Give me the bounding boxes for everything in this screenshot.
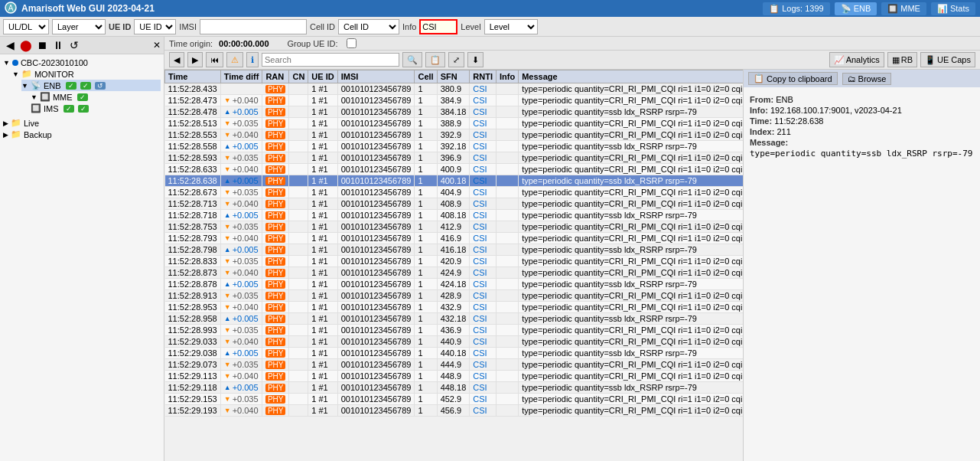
rb-button[interactable]: ▦ RB — [887, 52, 917, 67]
diff-arrow: ▲ — [224, 142, 231, 150]
nav-tab-logs[interactable]: 📋 Logs: 1399 — [763, 2, 829, 15]
detail-info-label: Info: — [750, 106, 768, 115]
table-row[interactable]: 11:52:28.798 ▲ +0.005 PHY 1 #1 001010123… — [165, 244, 744, 256]
cell-ran: PHY — [262, 325, 289, 336]
cell-time: 11:52:29.033 — [165, 336, 221, 348]
search-icon-btn[interactable]: 🔍 — [402, 52, 422, 67]
sidebar-item-enb[interactable]: ▼ 📡 ENB ✓ ✓ ↺ — [21, 80, 161, 91]
log-table-container[interactable]: Time Time diff RAN CN UE ID IMSI Cell SF… — [164, 70, 743, 461]
app-title: Amarisoft Web GUI 2023-04-21 — [21, 3, 763, 14]
imsi-input[interactable] — [200, 19, 307, 34]
cell-id-select[interactable]: Cell ID — [338, 19, 399, 34]
nav-tab-mme[interactable]: 🔲 MME — [881, 2, 926, 15]
table-row[interactable]: 11:52:28.593 ▼ +0.035 PHY 1 #1 001010123… — [165, 152, 744, 164]
table-row[interactable]: 11:52:28.473 ▼ +0.040 PHY 1 #1 001010123… — [165, 95, 744, 106]
sidebar-close-icon[interactable]: ✕ — [153, 40, 161, 51]
tree-root[interactable]: ▼ CBC-2023010100 — [3, 57, 161, 68]
stop-icon[interactable]: ⏹ — [35, 38, 49, 52]
layer-select[interactable]: Layer — [52, 19, 106, 34]
browse-button[interactable]: 🗂 Browse — [842, 73, 892, 85]
cell-time: 11:52:28.793 — [165, 233, 221, 244]
back-nav-button[interactable]: ◀ — [169, 52, 184, 67]
table-row[interactable]: 11:52:28.913 ▼ +0.035 PHY 1 #1 001010123… — [165, 290, 744, 302]
diff-arrow: ▼ — [224, 154, 231, 162]
table-row[interactable]: 11:52:28.433 PHY 1 #1 001010123456789 1 … — [165, 83, 744, 95]
cell-time: 11:52:28.993 — [165, 325, 221, 336]
analytics-button[interactable]: 📈 Analytics — [829, 52, 884, 67]
cell-imsi: 001010123456789 — [337, 348, 415, 359]
download-icon-btn[interactable]: ⬇ — [467, 52, 483, 67]
ue-caps-button[interactable]: 📱 UE Caps — [920, 52, 975, 67]
nav-tab-stats[interactable]: 📊 Stats — [931, 2, 975, 15]
table-row[interactable]: 11:52:28.953 ▼ +0.040 PHY 1 #1 001010123… — [165, 302, 744, 313]
search-input[interactable] — [262, 53, 399, 67]
sidebar-item-monitor[interactable]: ▼ 📁 MONITOR — [12, 68, 161, 80]
enb-tree-label: ENB — [44, 81, 61, 90]
table-row[interactable]: 11:52:28.958 ▲ +0.005 PHY 1 #1 001010123… — [165, 313, 744, 325]
ue-id-select[interactable]: UE ID — [134, 19, 176, 34]
forward-nav-button[interactable]: ▶ — [187, 52, 203, 67]
cell-message: type=periodic quantity=CRI_RI_PMI_CQI ri… — [519, 83, 743, 95]
sidebar-item-backup[interactable]: ▶ 📁 Backup — [3, 129, 161, 140]
ul-dl-select[interactable]: UL/DLULDL — [3, 19, 49, 34]
sidebar-item-mme[interactable]: ▼ 🔲 MME ✓ — [21, 91, 161, 103]
table-row[interactable]: 11:52:28.833 ▼ +0.035 PHY 1 #1 001010123… — [165, 256, 744, 267]
info-input[interactable]: CSI — [419, 19, 457, 34]
copy-to-clipboard-button[interactable]: 📋 Copy to clipboard — [748, 72, 838, 85]
table-row[interactable]: 11:52:28.793 ▼ +0.040 PHY 1 #1 001010123… — [165, 233, 744, 244]
cell-diff: ▲ +0.005 — [221, 348, 262, 358]
logs-tab-label: Logs: 1399 — [782, 4, 823, 13]
table-row[interactable]: 11:52:28.673 ▼ +0.035 PHY 1 #1 001010123… — [165, 187, 744, 198]
table-row[interactable]: 11:52:28.718 ▲ +0.005 PHY 1 #1 001010123… — [165, 210, 744, 221]
copy-icon-btn[interactable]: 📋 — [425, 52, 445, 67]
replay-icon[interactable]: ↺ — [67, 38, 81, 52]
stats-tab-label: Stats — [950, 4, 969, 13]
cell-ran: PHY — [262, 152, 289, 164]
table-row[interactable]: 11:52:29.153 ▼ +0.035 PHY 1 #1 001010123… — [165, 394, 744, 405]
sidebar-item-ims[interactable]: 🔲 IMS ✓ ✓ — [21, 103, 161, 114]
info-button[interactable]: ℹ — [246, 52, 259, 67]
cell-info — [496, 164, 518, 175]
cell-time: 11:52:29.113 — [165, 371, 221, 382]
table-row[interactable]: 11:52:29.033 ▼ +0.040 PHY 1 #1 001010123… — [165, 336, 744, 348]
table-row[interactable]: 11:52:28.558 ▲ +0.005 PHY 1 #1 001010123… — [165, 141, 744, 152]
svg-text:A: A — [8, 4, 14, 12]
expand-icon-btn[interactable]: ⤢ — [448, 52, 464, 67]
level-select[interactable]: Level — [484, 19, 538, 34]
ims-tree-label: IMS — [44, 104, 59, 113]
diff-arrow: ▼ — [224, 326, 231, 334]
table-row[interactable]: 11:52:28.638 ▲ +0.005 PHY 1 #1 001010123… — [165, 175, 744, 187]
cell-ran: PHY — [262, 371, 289, 382]
table-row[interactable]: 11:52:28.553 ▼ +0.040 PHY 1 #1 001010123… — [165, 129, 744, 141]
from-label: From: — [750, 95, 773, 104]
group-ue-id-checkbox[interactable] — [347, 38, 357, 48]
table-row[interactable]: 11:52:28.878 ▲ +0.005 PHY 1 #1 001010123… — [165, 279, 744, 290]
cell-message: type=periodic quantity=CRI_RI_PMI_CQI ri… — [519, 325, 743, 336]
table-row[interactable]: 11:52:29.038 ▲ +0.005 PHY 1 #1 001010123… — [165, 348, 744, 359]
circle-icon[interactable]: ⬤ — [19, 38, 33, 52]
table-row[interactable]: 11:52:28.513 ▼ +0.035 PHY 1 #1 001010123… — [165, 118, 744, 129]
step-back-button[interactable]: ⏮ — [206, 52, 223, 67]
table-row[interactable]: 11:52:29.113 ▼ +0.040 PHY 1 #1 001010123… — [165, 371, 744, 382]
table-row[interactable]: 11:52:29.073 ▼ +0.035 PHY 1 #1 001010123… — [165, 359, 744, 371]
table-row[interactable]: 11:52:28.873 ▼ +0.040 PHY 1 #1 001010123… — [165, 267, 744, 279]
cell-ran: PHY — [262, 359, 289, 371]
cell-sfn: 404.9 — [437, 187, 470, 198]
warning-button[interactable]: ⚠ — [226, 52, 243, 67]
detail-time-value: 11:52:28.638 — [774, 116, 823, 126]
table-row[interactable]: 11:52:29.118 ▲ +0.005 PHY 1 #1 001010123… — [165, 382, 744, 394]
back-icon[interactable]: ◀ — [3, 38, 17, 52]
nav-tab-enb[interactable]: 📡 ENB — [835, 2, 877, 15]
table-row[interactable]: 11:52:28.753 ▼ +0.035 PHY 1 #1 001010123… — [165, 221, 744, 233]
sidebar-item-live[interactable]: ▶ 📁 Live — [3, 117, 161, 129]
cell-ue-id: 1 #1 — [308, 210, 337, 221]
table-row[interactable]: 11:52:28.713 ▼ +0.040 PHY 1 #1 001010123… — [165, 198, 744, 210]
table-row[interactable]: 11:52:28.993 ▼ +0.035 PHY 1 #1 001010123… — [165, 325, 744, 336]
pause-icon[interactable]: ⏸ — [51, 38, 65, 52]
table-row[interactable]: 11:52:28.633 ▼ +0.040 PHY 1 #1 001010123… — [165, 164, 744, 175]
diff-value: +0.035 — [233, 153, 259, 162]
table-row[interactable]: 11:52:29.193 ▼ +0.040 PHY 1 #1 001010123… — [165, 405, 744, 417]
diff-arrow: ▼ — [224, 131, 231, 139]
cell-cn — [289, 302, 308, 313]
table-row[interactable]: 11:52:28.478 ▲ +0.005 PHY 1 #1 001010123… — [165, 106, 744, 118]
